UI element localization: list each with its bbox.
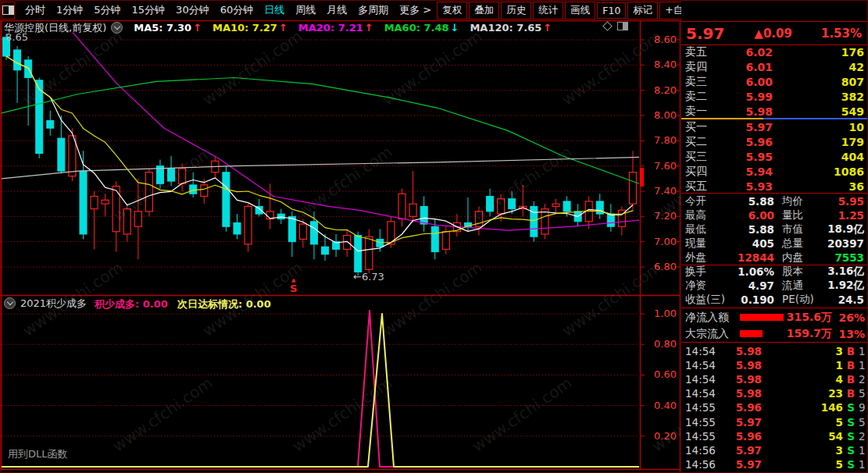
low-price-annotation: ←6.73: [353, 271, 384, 283]
ma-legend: MA5: 7.30↑MA10: 7.27↑MA20: 7.21↑MA60: 7.…: [134, 22, 552, 34]
svg-text:7.80: 7.80: [654, 134, 677, 146]
quote-panel: 5.97 ▲0.09 1.53% 卖五 6.02 176 卖四 6.01 42 …: [681, 0, 868, 473]
svg-text:8.00: 8.00: [654, 109, 677, 121]
ma-label: MA120: 7.65↑: [470, 22, 552, 34]
sell-level-row[interactable]: 卖一 5.98 549: [681, 104, 868, 119]
period-menu: 分时1分钟5分钟15分钟30分钟60分钟日线周线月线多周期更多 >: [20, 0, 437, 20]
status-note: 用到DLL函数: [8, 447, 68, 461]
menu-item-period[interactable]: 日线: [259, 3, 290, 17]
svg-text:1.00: 1.00: [654, 308, 677, 319]
menu-item-period[interactable]: 5分钟: [88, 3, 126, 17]
tick-row: 14:55 5.96 54 S 2: [681, 429, 868, 443]
svg-text:7.00: 7.00: [654, 236, 677, 247]
menu-item-period[interactable]: 60分钟: [215, 3, 259, 17]
buy-level-row[interactable]: 买五 5.93 36: [681, 179, 868, 194]
money-flow: 净流入额 315.6万 26% 大宗流入 159.7万 13%: [681, 309, 868, 342]
buy-signal-marker: ▲ S: [290, 278, 297, 293]
info-row: 最高 6.00 量比 1.25: [681, 208, 868, 222]
info-row: 外盘 12844 内盘 7553: [681, 251, 868, 265]
buy-level-row[interactable]: 买四 5.94 1086: [681, 164, 868, 179]
info-row: 现量 405 总量 20397: [681, 236, 868, 251]
high-price-annotation: 8.65: [5, 31, 28, 43]
chevron-down-icon[interactable]: [4, 297, 16, 309]
indicator-value: 积少成多: 0.00: [95, 298, 168, 310]
buy-levels: 买一 5.97 10 买二 5.96 179 买三 5.95 404 买四 5.…: [681, 120, 868, 194]
indicator-value: 次日达标情况: 0.00: [177, 298, 271, 310]
buy-level-row[interactable]: 买二 5.96 179: [681, 135, 868, 150]
sell-level-row[interactable]: 卖三 6.00 807: [681, 75, 868, 90]
tick-list: 14:54 5.98 3 B 1 14:54 5.98 1 B 1 14:54 …: [681, 344, 868, 471]
split-layout-icon[interactable]: [617, 22, 628, 30]
ma-label: MA60: 7.48↓: [384, 22, 459, 34]
tick-row: 14:54 5.98 23 B 5: [681, 386, 868, 400]
svg-text:8.20: 8.20: [654, 84, 677, 96]
tick-row: 14:56 5.97 5 S 1: [681, 457, 868, 471]
price-change: ▲0.09: [754, 27, 792, 41]
window-layout-icon[interactable]: [2, 2, 15, 20]
menu-item-period[interactable]: 更多 >: [394, 3, 437, 17]
tick-row: 14:55 5.96 146 S 9: [681, 400, 868, 414]
menu-item-period[interactable]: 周线: [290, 3, 321, 17]
tick-row: 14:54 5.98 4 B 2: [681, 372, 868, 386]
diamond-icon[interactable]: [602, 21, 613, 31]
menu-tool-button[interactable]: F10: [597, 2, 626, 19]
menu-item-period[interactable]: 分时: [20, 3, 51, 17]
menu-item-period[interactable]: 月线: [321, 3, 352, 17]
bid-ask-ratio-bar: [681, 118, 868, 119]
svg-text:0.60: 0.60: [654, 368, 677, 380]
info-row: 换手 1.06% 股本 3.16亿: [681, 265, 868, 279]
buy-level-row[interactable]: 买三 5.95 404: [681, 150, 868, 165]
price-change-pct: 1.53%: [821, 27, 862, 41]
tick-row: 14:54 5.98 1 B 1: [681, 358, 868, 372]
menu-tool-button[interactable]: 复权: [437, 2, 467, 20]
menu-tool-button[interactable]: 叠加: [469, 2, 499, 20]
svg-text:7.40: 7.40: [654, 185, 677, 197]
tick-row: 14:55 5.97 5 S 5: [681, 414, 868, 429]
flow-row: 净流入额 315.6万 26%: [681, 309, 868, 325]
sell-level-row[interactable]: 卖二 5.99 382: [681, 89, 868, 104]
price-row: 5.97 ▲0.09 1.53%: [681, 23, 868, 44]
menu-tool-button[interactable]: 标记: [627, 2, 658, 20]
menu-item-period[interactable]: 30分钟: [170, 3, 215, 17]
svg-text:0.40: 0.40: [654, 400, 677, 411]
menu-item-period[interactable]: 多周期: [352, 3, 394, 17]
svg-text:0.80: 0.80: [654, 338, 677, 350]
top-menubar: 分时1分钟5分钟15分钟30分钟60分钟日线周线月线多周期更多 > 复权叠加历史…: [0, 0, 680, 20]
flow-row: 大宗流入 159.7万 13%: [681, 325, 868, 342]
svg-text:8.60: 8.60: [654, 34, 677, 45]
svg-text:6.80: 6.80: [654, 261, 677, 272]
sell-level-row[interactable]: 卖五 6.02 176: [681, 45, 868, 60]
info-row: 最低 5.88 市值 18.9亿: [681, 222, 868, 236]
chevron-down-icon[interactable]: [111, 22, 123, 34]
stock-info-grid: 今开 5.88 均价 5.95 最高 6.00 量比 1.25 最低 5.88 …: [681, 194, 868, 307]
ma-label: MA10: 7.27↑: [213, 22, 288, 34]
svg-text:8.40: 8.40: [654, 59, 677, 70]
buy-level-row[interactable]: 买一 5.97 10: [681, 120, 868, 135]
menu-item-period[interactable]: 1分钟: [51, 3, 88, 17]
menu-tool-button[interactable]: 画线: [565, 2, 595, 20]
info-row: 净资 4.97 流通 1.92亿: [681, 279, 868, 293]
svg-text:7.60: 7.60: [654, 160, 677, 172]
last-price: 5.97: [686, 24, 724, 43]
menu-item-period[interactable]: 15分钟: [127, 3, 171, 17]
sell-level-row[interactable]: 卖四 6.01 42: [681, 60, 868, 75]
svg-text:0.20: 0.20: [654, 430, 677, 442]
svg-text:7.20: 7.20: [654, 210, 677, 222]
ma-label: MA20: 7.21↑: [298, 22, 373, 34]
tick-row: 14:54 5.98 3 B 1: [681, 344, 868, 358]
menu-tool-button[interactable]: 统计: [533, 2, 563, 20]
sell-levels: 卖五 6.02 176 卖四 6.01 42 卖三 6.00 807 卖二 5.…: [681, 45, 868, 119]
indicator-name: 2021积少成多: [20, 297, 87, 311]
flow-bar: [740, 314, 784, 321]
tick-row: 14:56 5.97 3 S 1: [681, 443, 868, 457]
ma-label: MA5: 7.30↑: [134, 22, 202, 34]
info-row: 收益(三) 0.190 PE(动) 24.5: [681, 293, 868, 307]
chart-title-row: 华源控股(日线,前复权) MA5: 7.30↑MA10: 7.27↑MA20: …: [4, 22, 552, 34]
menu-tool-button[interactable]: 历史: [501, 2, 531, 20]
chart-corner-icons: [604, 22, 628, 30]
indicator-header: 2021积少成多 积少成多: 0.00次日达标情况: 0.00: [4, 297, 280, 309]
indicator-values: 积少成多: 0.00次日达标情况: 0.00: [95, 296, 280, 311]
flow-bar: [740, 330, 763, 337]
info-row: 今开 5.88 均价 5.95: [681, 194, 868, 208]
